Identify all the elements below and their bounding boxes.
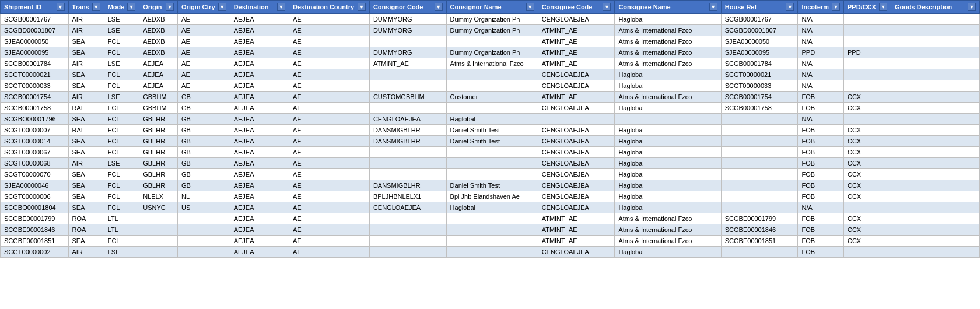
filter-icon-incoterm[interactable]: ▼: [832, 3, 840, 11]
table-row[interactable]: SCGT00000021SEAFCLAEJEAAEAEJEAAECENGLOAE…: [1, 69, 980, 80]
table-row[interactable]: SCGT00000002AIRLSEAEJEAAECENGLOAEJEAHagl…: [1, 247, 980, 258]
cell-consignor_name: Daniel Smith Test: [446, 125, 538, 136]
filter-icon-house_ref[interactable]: ▼: [786, 3, 794, 11]
filter-icon-dest_country[interactable]: ▼: [358, 3, 366, 11]
column-header-goods_desc[interactable]: Goods Description▼: [891, 1, 979, 14]
table-row[interactable]: SCGT00000006SEAFCLNLELXNLAEJEAAEBPLJHBNL…: [1, 191, 980, 202]
cell-consignee_name: [615, 114, 721, 125]
table-row[interactable]: SCGT00000007RAIFCLGBLHRGBAEJEAAEDANSMIGB…: [1, 125, 980, 136]
filter-icon-origin_ctry[interactable]: ▼: [218, 3, 226, 11]
cell-origin_ctry: GB: [178, 114, 230, 125]
cell-consignee_code: ATMINT_AE: [538, 236, 615, 247]
cell-trans: SEA: [68, 180, 104, 191]
table-row[interactable]: SCGBO00001796SEAFCLGBLHRGBAEJEAAECENGLOA…: [1, 114, 980, 125]
filter-icon-ppd_ccx[interactable]: ▼: [879, 3, 887, 11]
table-row[interactable]: SCGT00000067SEAFCLGBLHRGBAEJEAAECENGLOAE…: [1, 147, 980, 158]
cell-goods_desc: [891, 169, 979, 180]
cell-origin_ctry: GB: [178, 136, 230, 147]
cell-origin: AEJEA: [139, 69, 178, 80]
cell-consignee_name: Haglobal: [615, 169, 721, 180]
filter-icon-mode[interactable]: ▼: [127, 3, 135, 11]
cell-destination: AEJEA: [230, 158, 289, 169]
cell-destination: AEJEA: [230, 147, 289, 158]
table-row[interactable]: SCGB00001784AIRLSEAEJEAAEAEJEAAEATMINT_A…: [1, 58, 980, 69]
cell-consignee_name: Atms & International Fzco: [615, 92, 721, 103]
table-row[interactable]: SJEA00000050SEAFCLAEDXBAEAEJEAAEATMINT_A…: [1, 36, 980, 47]
cell-incoterm: FOB: [798, 180, 844, 191]
column-header-shipment_id[interactable]: Shipment ID▼: [1, 1, 69, 14]
cell-origin_ctry: GB: [178, 169, 230, 180]
filter-icon-goods_desc[interactable]: ▼: [968, 3, 976, 11]
cell-mode: FCL: [104, 147, 139, 158]
cell-consignee_code: CENGLOAEJEA: [538, 69, 615, 80]
cell-origin_ctry: NL: [178, 191, 230, 202]
filter-icon-shipment_id[interactable]: ▼: [57, 3, 65, 11]
cell-ppd_ccx: CCX: [844, 236, 891, 247]
table-row[interactable]: SCGT00000070SEAFCLGBLHRGBAEJEAAECENGLOAE…: [1, 169, 980, 180]
table-row[interactable]: SCGT00000014SEAFCLGBLHRGBAEJEAAEDANSMIGB…: [1, 136, 980, 147]
cell-consignee_code: ATMINT_AE: [538, 25, 615, 36]
cell-origin: [139, 247, 178, 258]
cell-origin: USNYC: [139, 202, 178, 213]
column-header-destination[interactable]: Destination▼: [230, 1, 289, 14]
column-header-origin[interactable]: Origin▼: [139, 1, 178, 14]
cell-consignee_code: CENGLOAEJEA: [538, 169, 615, 180]
column-header-dest_country[interactable]: Destination Country▼: [289, 1, 369, 14]
cell-house_ref: SCGB00001754: [721, 92, 798, 103]
column-header-mode[interactable]: Mode▼: [104, 1, 139, 14]
table-row[interactable]: SCGB00001754AIRLSEGBBHMGBAEJEAAECUSTOMGB…: [1, 92, 980, 103]
cell-dest_country: AE: [289, 36, 369, 47]
cell-dest_country: AE: [289, 213, 369, 224]
cell-consignee_code: CENGLOAEJEA: [538, 180, 615, 191]
cell-shipment_id: SJEA00000095: [1, 47, 69, 58]
filter-icon-trans[interactable]: ▼: [92, 3, 100, 11]
table-row[interactable]: SJEA00000046SEAFCLGBLHRGBAEJEAAEDANSMIGB…: [1, 180, 980, 191]
table-row[interactable]: SJEA00000095SEAFCLAEDXBAEAEJEAAEDUMMYORG…: [1, 47, 980, 58]
cell-consignor_code: [369, 224, 446, 236]
table-row[interactable]: SCGBE00001846ROALTLAEJEAAEATMINT_AEAtms …: [1, 224, 980, 236]
cell-trans: SEA: [68, 202, 104, 213]
cell-house_ref: [721, 136, 798, 147]
filter-icon-origin[interactable]: ▼: [166, 3, 174, 11]
table-row[interactable]: SCGB00001758RAIFCLGBBHMGBAEJEAAECENGLOAE…: [1, 103, 980, 114]
cell-dest_country: AE: [289, 247, 369, 258]
cell-origin: [139, 224, 178, 236]
filter-icon-consignor_code[interactable]: ▼: [435, 3, 443, 11]
table-row[interactable]: SCGT00000068AIRLSEGBLHRGBAEJEAAECENGLOAE…: [1, 158, 980, 169]
cell-origin: GBLHR: [139, 114, 178, 125]
table-row[interactable]: SCGBD00001807AIRLSEAEDXBAEAEJEAAEDUMMYOR…: [1, 25, 980, 36]
cell-ppd_ccx: [844, 69, 891, 80]
column-header-consignee_code[interactable]: Consignee Code▼: [538, 1, 615, 14]
cell-consignee_code: CENGLOAEJEA: [538, 103, 615, 114]
filter-icon-destination[interactable]: ▼: [277, 3, 285, 11]
table-row[interactable]: SCGB00001767AIRLSEAEDXBAEAEJEAAEDUMMYORG…: [1, 14, 980, 25]
column-header-trans[interactable]: Trans▼: [68, 1, 104, 14]
cell-origin_ctry: AE: [178, 47, 230, 58]
cell-consignor_code: [369, 36, 446, 47]
cell-consignor_code: DANSMIGBLHR: [369, 125, 446, 136]
table-row[interactable]: SCGBE00001799ROALTLAEJEAAEATMINT_AEAtms …: [1, 213, 980, 224]
column-header-house_ref[interactable]: House Ref▼: [721, 1, 798, 14]
cell-consignor_name: Haglobal: [446, 114, 538, 125]
table-row[interactable]: SCGBE00001851SEAFCLAEJEAAEATMINT_AEAtms …: [1, 236, 980, 247]
cell-trans: SEA: [68, 136, 104, 147]
cell-goods_desc: [891, 136, 979, 147]
cell-trans: AIR: [68, 247, 104, 258]
column-header-ppd_ccx[interactable]: PPD/CCX▼: [844, 1, 891, 14]
filter-icon-consignee_code[interactable]: ▼: [603, 3, 611, 11]
table-row[interactable]: SCGT00000033SEAFCLAEJEAAEAEJEAAECENGLOAE…: [1, 80, 980, 92]
cell-ppd_ccx: [844, 80, 891, 92]
cell-ppd_ccx: [844, 36, 891, 47]
column-header-consignor_code[interactable]: Consignor Code▼: [369, 1, 446, 14]
cell-incoterm: N/A: [798, 36, 844, 47]
column-header-incoterm[interactable]: Incoterm▼: [798, 1, 844, 14]
table-row[interactable]: SCGBO00001804SEAFCLUSNYCUSAEJEAAECENGLOA…: [1, 202, 980, 213]
cell-house_ref: [721, 191, 798, 202]
filter-icon-consignee_name[interactable]: ▼: [709, 3, 718, 11]
column-header-consignee_name[interactable]: Consignee Name▼: [615, 1, 721, 14]
column-header-consignor_name[interactable]: Consignor Name▼: [446, 1, 538, 14]
column-header-origin_ctry[interactable]: Origin Ctry▼: [178, 1, 230, 14]
cell-mode: LSE: [104, 14, 139, 25]
filter-icon-consignor_name[interactable]: ▼: [526, 3, 534, 11]
cell-house_ref: [721, 202, 798, 213]
